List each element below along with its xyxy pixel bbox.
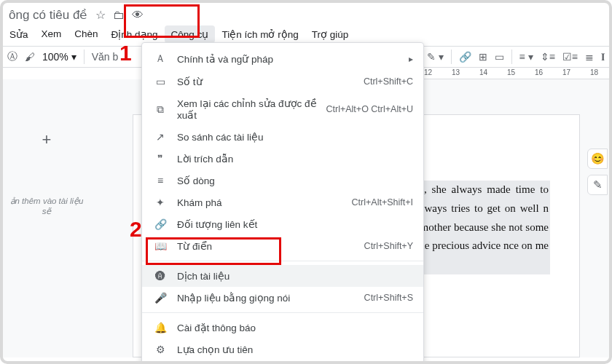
wordcount-icon: ▭ bbox=[152, 76, 168, 87]
move-icon[interactable]: 🗀 bbox=[111, 9, 126, 22]
callout-number-1: 1 bbox=[119, 41, 132, 66]
quote-icon: ❞ bbox=[152, 153, 168, 165]
spellcheck-icon: Ａ bbox=[152, 52, 168, 66]
tb-align-icon[interactable]: ≡ ▾ bbox=[519, 51, 533, 63]
spellcheck-icon[interactable]: Ⓐ bbox=[7, 50, 17, 63]
menu-linked-objects[interactable]: 🔗 Đối tượng liên kết bbox=[142, 213, 423, 235]
tb-bulletlist-icon[interactable]: ≣ bbox=[585, 51, 594, 63]
menu-edit[interactable]: Sửa bbox=[3, 25, 35, 43]
menu-help[interactable]: Trợ giúp bbox=[305, 25, 356, 43]
dictionary-icon: 📖 bbox=[152, 240, 168, 252]
tb-link-icon[interactable]: 🔗 bbox=[459, 51, 471, 63]
paint-icon[interactable]: 🖌 bbox=[25, 51, 35, 63]
outline-hint: ản thêm vào tài liệu sẽ bbox=[9, 196, 85, 216]
submenu-arrow-icon: ▸ bbox=[409, 54, 413, 64]
style-select[interactable]: Văn b bbox=[92, 51, 119, 63]
separator bbox=[451, 50, 452, 64]
separator bbox=[84, 50, 85, 64]
menu-wordcount[interactable]: ▭ Số từ Ctrl+Shift+C bbox=[142, 71, 423, 92]
menu-preferences[interactable]: ⚙ Lựa chọn ưu tiên bbox=[142, 339, 423, 360]
lines-icon: ≡ bbox=[152, 175, 168, 186]
menu-accessibility[interactable]: ✱ Hỗ trợ tiếp cận bbox=[142, 360, 423, 364]
review-icon: ⧉ bbox=[152, 103, 168, 116]
tools-dropdown: Ａ Chính tả và ngữ pháp ▸ ▭ Số từ Ctrl+Sh… bbox=[141, 42, 424, 364]
compare-icon: ↗ bbox=[152, 131, 168, 143]
menu-tools[interactable]: Công cụ bbox=[165, 25, 216, 43]
separator bbox=[142, 261, 423, 261]
menu-spelling[interactable]: Ａ Chính tả và ngữ pháp ▸ bbox=[142, 47, 423, 71]
menu-format[interactable]: Định dạng bbox=[105, 25, 165, 43]
emoji-side-icon[interactable]: 😊 bbox=[587, 149, 608, 169]
edit-side-icon[interactable]: ✎ bbox=[587, 175, 608, 195]
menu-review-suggestions[interactable]: ⧉ Xem lại các chỉnh sửa được đề xuất Ctr… bbox=[142, 92, 423, 126]
menu-notifications[interactable]: 🔔 Cài đặt thông báo bbox=[142, 317, 423, 339]
menu-dictionary[interactable]: 📖 Từ điển Ctrl+Shift+Y bbox=[142, 235, 423, 257]
cloud-icon[interactable]: 👁 bbox=[130, 9, 145, 22]
translate-icon: 🅐 bbox=[152, 270, 168, 282]
separator bbox=[511, 50, 512, 64]
zoom-select[interactable]: 100% ▾ bbox=[42, 51, 76, 63]
menu-insert[interactable]: Chèn bbox=[68, 25, 104, 43]
add-heading-icon[interactable]: + bbox=[9, 130, 85, 149]
link-icon: 🔗 bbox=[152, 218, 168, 230]
menu-view[interactable]: Xem bbox=[35, 25, 68, 43]
star-icon[interactable]: ☆ bbox=[94, 8, 107, 22]
tb-comment-icon[interactable]: ⊞ bbox=[479, 51, 487, 63]
ruler: 12 13 14 15 16 17 18 bbox=[424, 68, 609, 79]
callout-number-2: 2 bbox=[130, 217, 142, 242]
outline-panel: + ản thêm vào tài liệu sẽ bbox=[3, 79, 90, 357]
tb-edit-icon[interactable]: ✎ ▾ bbox=[427, 51, 444, 63]
tb-more-icon[interactable]: 𝐈 bbox=[601, 51, 605, 63]
menu-compare-docs[interactable]: ↗ So sánh các tài liệu bbox=[142, 126, 423, 148]
tb-image-icon[interactable]: ▭ bbox=[495, 51, 504, 63]
menu-line-numbers[interactable]: ≡ Số dòng bbox=[142, 170, 423, 191]
tb-checklist-icon[interactable]: ☑≡ bbox=[562, 51, 578, 63]
menu-citations[interactable]: ❞ Lời trích dẫn bbox=[142, 148, 423, 170]
menu-voice-typing[interactable]: 🎤 Nhập liệu bằng giọng nói Ctrl+Shift+S bbox=[142, 287, 423, 309]
gear-icon: ⚙ bbox=[152, 344, 168, 355]
doc-title[interactable]: ông có tiêu đề bbox=[6, 6, 90, 24]
separator bbox=[142, 312, 423, 313]
bell-icon: 🔔 bbox=[152, 322, 168, 333]
mic-icon: 🎤 bbox=[152, 292, 168, 304]
explore-icon: ✦ bbox=[152, 197, 168, 208]
menu-translate-doc[interactable]: 🅐 Dịch tài liệu bbox=[142, 265, 423, 287]
menu-explore[interactable]: ✦ Khám phá Ctrl+Alt+Shift+I bbox=[142, 191, 423, 213]
menu-extensions[interactable]: Tiện ích mở rộng bbox=[215, 25, 305, 43]
tb-linespace-icon[interactable]: ⇕≡ bbox=[541, 51, 555, 63]
